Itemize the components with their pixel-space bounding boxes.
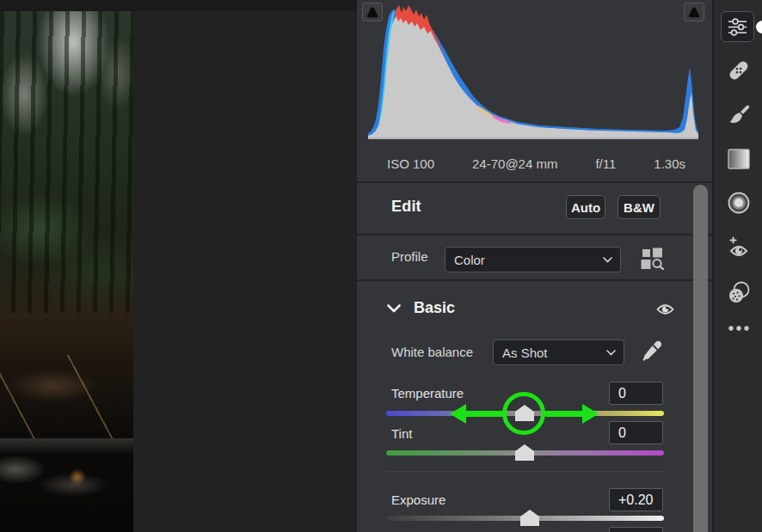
exposure-label: Exposure	[391, 492, 446, 507]
sliders-icon	[727, 16, 748, 38]
panel-title: Edit	[391, 198, 421, 216]
edit-header: Edit Auto B&W	[357, 182, 712, 234]
photo-thumbnail	[0, 11, 133, 532]
profile-row: Profile Color	[357, 235, 712, 279]
photo-water-texture	[0, 438, 133, 454]
annotation-arrow-right-icon	[582, 404, 599, 424]
temperature-value: 0	[618, 386, 626, 401]
panel-scrollbar[interactable]	[693, 185, 708, 532]
exposure-value: +0.20	[618, 492, 653, 508]
canvas-top-strip	[0, 0, 357, 11]
white-balance-value: As Shot	[502, 345, 548, 360]
grain-icon	[726, 280, 752, 306]
grain-tool-button[interactable]	[714, 280, 762, 306]
photo-canvas	[0, 0, 357, 532]
tint-value: 0	[618, 425, 626, 441]
temperature-label: Temperature	[391, 386, 464, 401]
eye-icon[interactable]	[656, 303, 674, 316]
exif-metadata-row: ISO 100 24-70@24 mm f/11 1.30s	[387, 146, 685, 180]
annotation-arrow-right-shaft	[545, 411, 584, 417]
linear-gradient-icon	[728, 149, 750, 169]
annotation-circle	[502, 392, 545, 435]
chevron-down-icon	[606, 350, 616, 356]
annotation-arrow-left-shaft	[464, 411, 503, 417]
white-balance-select[interactable]: As Shot	[493, 339, 624, 365]
profile-browser-icon[interactable]	[641, 248, 665, 270]
exif-iso: ISO 100	[387, 156, 434, 171]
edit-tool-button[interactable]	[721, 11, 754, 42]
histogram-baseline	[368, 138, 698, 139]
red-eye-icon	[725, 235, 753, 262]
histogram-luminance	[368, 16, 698, 139]
healing-tool-button[interactable]	[714, 58, 762, 83]
white-balance-label: White balance	[391, 345, 473, 359]
exif-aperture: f/11	[595, 156, 616, 171]
more-options-button[interactable]	[714, 320, 762, 337]
linear-gradient-tool-button[interactable]	[714, 147, 762, 171]
tint-slider-handle[interactable]	[515, 444, 534, 461]
ellipsis-icon	[727, 325, 751, 332]
chevron-down-icon	[603, 257, 612, 263]
chevron-down-icon	[387, 304, 401, 313]
tint-label: Tint	[391, 426, 412, 441]
exposure-value-input[interactable]: +0.20	[609, 488, 663, 511]
exposure-slider-handle[interactable]	[520, 510, 539, 526]
basic-section-header[interactable]: Basic	[357, 294, 712, 325]
red-eye-tool-button[interactable]	[714, 235, 762, 262]
bw-button[interactable]: B&W	[618, 195, 661, 219]
section-divider	[357, 279, 712, 281]
lightroom-edit-screen: ISO 100 24-70@24 mm f/11 1.30s Edit Auto…	[0, 0, 762, 532]
brush-tool-button[interactable]	[714, 102, 762, 128]
healing-bandaid-icon	[726, 58, 752, 83]
temperature-value-input[interactable]: 0	[609, 382, 663, 405]
photo-trees-texture	[0, 11, 133, 313]
histogram[interactable]	[368, 5, 698, 141]
brush-icon	[727, 103, 751, 127]
profile-select-value: Color	[454, 253, 485, 267]
radial-gradient-tool-button[interactable]	[714, 191, 762, 215]
exif-lens: 24-70@24 mm	[472, 156, 557, 171]
edit-panel: ISO 100 24-70@24 mm f/11 1.30s Edit Auto…	[357, 0, 712, 532]
photo-branches-texture	[0, 355, 133, 438]
group-separator	[386, 471, 664, 472]
exif-shutter: 1.30s	[654, 156, 685, 171]
profile-label: Profile	[391, 249, 428, 264]
tool-rail	[712, 0, 762, 532]
profile-select[interactable]: Color	[445, 247, 621, 272]
eyedropper-icon[interactable]	[641, 339, 664, 362]
radial-gradient-icon	[727, 191, 751, 215]
auto-button[interactable]: Auto	[566, 195, 605, 219]
contrast-value-input[interactable]	[609, 527, 663, 532]
edge-indicator-dot	[756, 21, 762, 34]
tint-value-input[interactable]: 0	[609, 421, 663, 444]
basic-section-title: Basic	[414, 299, 455, 317]
